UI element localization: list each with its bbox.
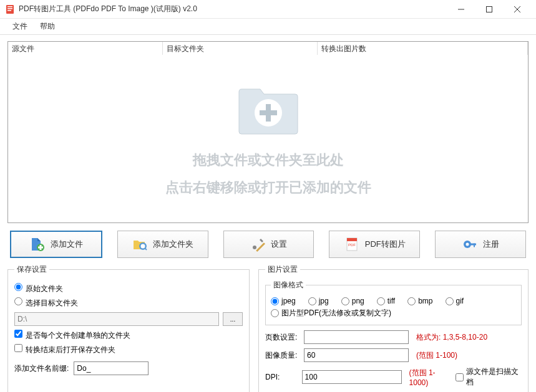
- browse-button[interactable]: ...: [223, 312, 243, 326]
- add-folder-label: 添加文件夹: [153, 239, 193, 250]
- add-file-icon: [29, 236, 46, 252]
- titlebar: PDF转图片工具 (PDFdo PDF To Image )(试用版) v2.0: [0, 0, 536, 19]
- list-header: 源文件 目标文件夹 转换出图片数: [8, 42, 528, 55]
- format-imagepdf-radio[interactable]: [271, 309, 279, 317]
- prefix-input[interactable]: [74, 361, 149, 375]
- convert-button[interactable]: PDF PDF转图片: [329, 231, 420, 258]
- format-tiff-radio[interactable]: [377, 297, 385, 305]
- close-button[interactable]: [503, 0, 531, 19]
- format-jpg-label[interactable]: jpg: [308, 297, 329, 305]
- minimize-button[interactable]: [447, 0, 475, 19]
- quality-label: 图像质量:: [265, 350, 300, 361]
- format-png-label[interactable]: png: [341, 297, 364, 305]
- original-folder-radio[interactable]: [14, 283, 22, 291]
- format-jpeg-radio[interactable]: [271, 297, 279, 305]
- toolbar: 添加文件 添加文件夹 设置 PDF PDF转图片 注册: [7, 231, 529, 258]
- add-folder-button[interactable]: 添加文件夹: [117, 231, 208, 258]
- image-legend: 图片设置: [265, 264, 300, 275]
- add-file-button[interactable]: 添加文件: [10, 231, 102, 258]
- open-after-checkbox[interactable]: [14, 344, 22, 352]
- select-target-radio-label[interactable]: 选择目标文件夹: [14, 297, 78, 308]
- add-file-label: 添加文件: [51, 239, 83, 250]
- window-title: PDF转图片工具 (PDFdo PDF To Image )(试用版) v2.0: [19, 4, 447, 14]
- open-after-check-label[interactable]: 转换结束后打开保存文件夹: [14, 344, 115, 355]
- select-target-radio[interactable]: [14, 297, 22, 305]
- menubar: 文件 帮助: [0, 19, 536, 35]
- scan-doc-checkbox[interactable]: [456, 373, 464, 381]
- format-jpg-radio[interactable]: [308, 297, 316, 305]
- settings-label: 设置: [271, 239, 287, 250]
- svg-point-23: [466, 243, 469, 246]
- format-tiff-label[interactable]: tiff: [377, 297, 395, 305]
- svg-rect-10: [260, 110, 277, 115]
- svg-rect-2: [7, 8, 12, 9]
- convert-label: PDF转图片: [365, 239, 406, 250]
- format-png-radio[interactable]: [341, 297, 349, 305]
- pages-hint: 格式为: 1,3,5-8,10-20: [416, 332, 487, 343]
- svg-rect-13: [38, 247, 43, 249]
- svg-point-15: [141, 244, 145, 249]
- svg-text:PDF: PDF: [348, 243, 356, 247]
- format-bmp-label[interactable]: bmp: [407, 297, 432, 305]
- main-content: 源文件 目标文件夹 转换出图片数 拖拽文件或文件夹至此处 点击右键移除或打开已添…: [0, 35, 536, 392]
- format-gif-radio[interactable]: [446, 297, 454, 305]
- svg-point-18: [253, 246, 256, 249]
- pages-input[interactable]: [304, 330, 409, 344]
- column-count[interactable]: 转换出图片数: [318, 42, 528, 55]
- save-settings-panel: 保存设置 原始文件夹 选择目标文件夹 ... 是否每个文件创建单独的文件夹 转换…: [7, 264, 250, 392]
- format-legend: 图像格式: [271, 280, 306, 290]
- menu-file[interactable]: 文件: [6, 19, 34, 34]
- svg-rect-1: [7, 6, 12, 7]
- settings-icon: [250, 236, 266, 252]
- prefix-label: 添加文件名前缀:: [14, 363, 69, 374]
- image-settings-panel: 图片设置 图像格式 jpeg jpg png tiff bmp gif 图片型P…: [258, 264, 529, 392]
- app-icon: [5, 4, 15, 14]
- file-list[interactable]: 源文件 目标文件夹 转换出图片数 拖拽文件或文件夹至此处 点击右键移除或打开已添…: [7, 41, 529, 223]
- svg-rect-24: [470, 244, 476, 246]
- dpi-label: DPI:: [265, 373, 298, 381]
- quality-input[interactable]: [304, 348, 409, 362]
- settings-button[interactable]: 设置: [223, 231, 314, 258]
- drop-text-1: 拖拽文件或文件夹至此处: [193, 146, 344, 174]
- add-folder-icon: [132, 236, 148, 252]
- original-folder-radio-label[interactable]: 原始文件夹: [14, 283, 63, 294]
- scan-doc-label[interactable]: 源文件是扫描文档: [456, 366, 522, 388]
- format-imagepdf-label[interactable]: 图片型PDF(无法修改或复制文字): [271, 308, 391, 318]
- format-panel: 图像格式 jpeg jpg png tiff bmp gif 图片型PDF(无法…: [265, 280, 522, 325]
- quality-hint: (范围 1-100): [416, 350, 457, 361]
- register-button[interactable]: 注册: [435, 231, 526, 258]
- register-label: 注册: [483, 239, 499, 250]
- maximize-button[interactable]: [475, 0, 503, 19]
- window-controls: [447, 0, 531, 19]
- dpi-hint: (范围 1-1000): [409, 368, 452, 387]
- svg-rect-5: [486, 6, 492, 12]
- column-source[interactable]: 源文件: [8, 42, 163, 55]
- subfolder-check-label[interactable]: 是否每个文件创建单独的文件夹: [14, 330, 130, 341]
- folder-plus-icon: [234, 77, 303, 139]
- pdf-icon: PDF: [344, 236, 360, 252]
- pages-label: 页数设置:: [265, 332, 300, 343]
- menu-help[interactable]: 帮助: [34, 19, 61, 34]
- drop-text-2: 点击右键移除或打开已添加的文件: [165, 174, 371, 201]
- svg-rect-20: [347, 238, 357, 241]
- svg-rect-3: [7, 10, 11, 11]
- format-bmp-radio[interactable]: [407, 297, 416, 305]
- svg-line-16: [145, 248, 147, 250]
- format-gif-label[interactable]: gif: [446, 297, 464, 305]
- key-icon: [462, 236, 478, 252]
- target-path-input: [14, 312, 219, 326]
- column-target[interactable]: 目标文件夹: [163, 42, 318, 55]
- svg-rect-25: [474, 244, 475, 247]
- dpi-input[interactable]: [302, 370, 402, 384]
- drop-zone[interactable]: 拖拽文件或文件夹至此处 点击右键移除或打开已添加的文件: [8, 55, 528, 222]
- svg-rect-17: [256, 242, 266, 252]
- save-legend: 保存设置: [14, 264, 49, 275]
- settings-panels: 保存设置 原始文件夹 选择目标文件夹 ... 是否每个文件创建单独的文件夹 转换…: [7, 264, 529, 392]
- format-jpeg-label[interactable]: jpeg: [271, 297, 296, 305]
- subfolder-checkbox[interactable]: [14, 330, 22, 338]
